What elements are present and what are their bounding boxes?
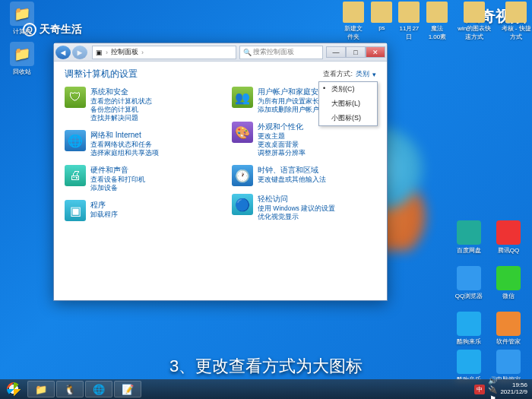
taskbar-item[interactable]: 🌐 — [85, 381, 112, 397]
desktop-icon-label: 回收站 — [13, 68, 31, 76]
category-sublink[interactable]: 调整屏幕分辨率 — [258, 149, 306, 157]
chevron-down-icon: ▾ — [372, 71, 376, 78]
app-icon — [457, 220, 481, 245]
breadcrumb-root-icon: ▣ — [96, 49, 103, 56]
category-item: 🛡系统和安全查看您的计算机状态备份您的计算机查找并解决问题 — [65, 87, 209, 122]
desktop-icon[interactable]: ps — [371, 2, 392, 41]
desktop-icon[interactable]: QQ浏览器 — [450, 266, 488, 306]
taskbar: 📁🐧🌐📝 中 🔊🔌⚑ 19:56 2021/12/9 — [0, 379, 532, 399]
folder-icon — [464, 2, 485, 23]
desktop-icon-label: 计算机 — [13, 27, 31, 36]
start-button[interactable] — [2, 380, 26, 398]
category-item: 🌐网络和 Internet查看网络状态和任务选择家庭组和共享选项 — [65, 130, 209, 157]
folder-icon: 📁 — [10, 42, 34, 66]
view-value: 类别 — [356, 69, 369, 79]
desktop-icon-label: 新建文件夹 — [342, 24, 365, 41]
category-sublink[interactable]: 查看网络状态和任务 — [90, 141, 159, 149]
dropdown-item[interactable]: 类别(C) — [319, 82, 377, 97]
category-sublink[interactable]: 备份您的计算机 — [90, 106, 152, 114]
desktop-icon[interactable]: 百度网盘 — [450, 220, 488, 261]
tray-icon[interactable]: ⚑ — [488, 394, 497, 399]
dropdown-item[interactable]: 小图标(S) — [319, 111, 377, 125]
desktop-icon-label: 11月27日 — [398, 24, 420, 41]
app-icon — [496, 220, 521, 245]
category-title[interactable]: 程序 — [90, 200, 118, 211]
desktop-icon[interactable]: 微信 — [489, 266, 527, 306]
desktop-icon-label: 魔法1.00素 — [426, 24, 448, 41]
nav-forward-button[interactable]: ► — [72, 46, 87, 59]
folder-icon — [426, 2, 448, 23]
category-item: ▣程序卸载程序 — [65, 200, 209, 221]
desktop-icon[interactable]: 魔法1.00素 — [426, 2, 448, 41]
tray-icon[interactable]: 🔊 — [488, 375, 497, 385]
search-placeholder: 搜索控制面板 — [253, 47, 294, 57]
view-mode-selector[interactable]: 查看方式: 类别 ▾ — [323, 69, 376, 79]
desktop-icon[interactable]: 软件管家 — [489, 312, 527, 352]
desktop-icon-label: ps — [378, 24, 385, 31]
category-item: 🔵轻松访问使用 Windows 建议的设置优化视觉显示 — [232, 194, 376, 221]
category-title[interactable]: 网络和 Internet — [90, 130, 159, 141]
desktop-icon[interactable]: 📁回收站 — [3, 42, 41, 76]
category-sublink[interactable]: 添加设备 — [90, 184, 145, 192]
tray-icon[interactable]: 🔌 — [488, 385, 497, 394]
category-sublink[interactable]: 查看设备和打印机 — [90, 176, 145, 184]
desktop-icon-label: 腾讯QQ — [498, 246, 519, 255]
category-icon: 🔵 — [232, 194, 253, 215]
taskbar-item[interactable]: 🐧 — [56, 381, 84, 397]
breadcrumb-item[interactable]: 控制面板 — [111, 47, 138, 57]
search-box[interactable]: 🔍 搜索控制面板 — [239, 46, 323, 59]
maximize-button[interactable]: □ — [346, 46, 366, 58]
folder-icon — [371, 2, 392, 23]
category-icon: 👥 — [232, 87, 253, 108]
search-icon: 🔍 — [243, 49, 252, 56]
desktop-icon[interactable]: 腾讯QQ — [489, 220, 527, 261]
taskbar-items: 📁🐧🌐📝 — [27, 381, 141, 397]
category-title[interactable]: 外观和个性化 — [258, 122, 306, 132]
window-controls: — □ ✕ — [326, 46, 385, 58]
page-title: 调整计算机的设置 — [65, 68, 138, 81]
desktop-icon[interactable]: 11月27日 — [398, 2, 420, 41]
desktop-icons-top: 新建文件夹ps11月27日魔法1.00素win的图表快速方式考核 - 快捷方式 — [342, 2, 532, 47]
desktop-icon[interactable]: 📁计算机 — [3, 2, 41, 36]
window-content: 调整计算机的设置 查看方式: 类别 ▾ 类别(C)大图标(L)小图标(S) 🛡系… — [54, 62, 387, 300]
content-header: 调整计算机的设置 查看方式: 类别 ▾ — [65, 68, 376, 81]
nav-buttons: ◄ ► — [55, 46, 87, 59]
app-icon — [496, 266, 521, 290]
category-sublink[interactable]: 更改主题 — [258, 132, 306, 141]
desktop-icon-label: 软件管家 — [496, 337, 521, 346]
taskbar-item[interactable]: 📝 — [114, 381, 141, 397]
desktop-icon[interactable]: 酷狗来乐 — [450, 312, 488, 352]
category-sublink[interactable]: 使用 Windows 建议的设置 — [258, 204, 335, 213]
category-icon: 🖨 — [65, 165, 86, 186]
desktop-icon[interactable]: 新建文件夹 — [342, 2, 365, 41]
close-button[interactable]: ✕ — [366, 46, 385, 58]
category-sublink[interactable]: 更改键盘或其他输入法 — [258, 176, 326, 184]
clock[interactable]: 19:56 2021/12/9 — [500, 382, 527, 396]
category-sublink[interactable]: 更改桌面背景 — [258, 141, 306, 149]
category-sublink[interactable]: 选择家庭组和共享选项 — [90, 149, 159, 157]
category-sublink[interactable]: 查看您的计算机状态 — [90, 97, 152, 106]
desktop-icon-label: 百度网盘 — [457, 246, 481, 255]
breadcrumb-sep: › — [141, 49, 144, 56]
ime-indicator[interactable]: 中 — [474, 385, 485, 394]
app-icon — [496, 312, 521, 336]
category-sublink[interactable]: 优化视觉显示 — [258, 213, 335, 221]
nav-back-button[interactable]: ◄ — [55, 46, 71, 59]
category-sublink[interactable]: 查找并解决问题 — [90, 114, 152, 122]
desktop-icon-label: 酷狗来乐 — [457, 337, 481, 346]
category-title[interactable]: 时钟、语言和区域 — [258, 165, 326, 176]
desktop-icon[interactable]: win的图表快速方式 — [454, 2, 494, 41]
category-title[interactable]: 轻松访问 — [258, 194, 335, 204]
minimize-button[interactable]: — — [326, 46, 346, 58]
taskbar-item[interactable]: 📁 — [27, 381, 55, 397]
category-title[interactable]: 硬件和声音 — [90, 165, 145, 176]
category-title[interactable]: 系统和安全 — [90, 87, 152, 97]
clock-date: 2021/12/9 — [500, 389, 527, 396]
dropdown-item[interactable]: 大图标(L) — [319, 97, 377, 111]
category-sublink[interactable]: 卸载程序 — [90, 211, 118, 219]
app-icon — [457, 266, 481, 290]
desktop-icon[interactable]: 考核 - 快捷方式 — [500, 2, 532, 41]
app-icon — [457, 312, 481, 336]
address-bar[interactable]: ▣ › 控制面板 › — [92, 46, 236, 59]
desktop: Q 天奇生活 天奇视频 📁计算机📁回收站 新建文件夹ps11月27日魔法1.00… — [0, 0, 532, 399]
